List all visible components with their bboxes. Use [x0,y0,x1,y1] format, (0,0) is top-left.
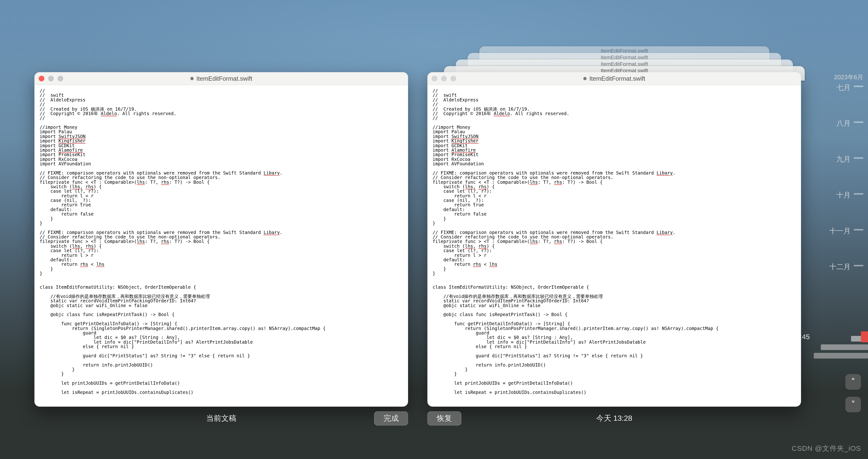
timeline-month-label: 十月 [836,190,850,200]
minimize-icon[interactable] [48,76,54,81]
version-timeline-sidebar: 2023年6月 七月八月九月十月十一月十二月 ˄ ˅ [814,73,868,373]
left-document-window: ItemEditFormat.swift // // swift // Alde… [34,72,408,407]
timeline-bar[interactable] [814,353,868,359]
zoom-icon[interactable] [58,76,63,81]
timeline-tick-icon [854,193,863,194]
left-version-column: ItemEditFormat.swift // // swift // Alde… [31,72,412,447]
left-caption: 当前文稿 [206,413,236,424]
modified-indicator-icon [583,77,587,80]
timeline-tick-icon [854,121,863,123]
right-caption: 今天 13:28 [596,413,632,424]
done-button[interactable]: 完成 [374,411,408,426]
stacked-version-windows: ItemEditFormat.swiftItemEditFormat.swift… [444,46,805,67]
window-title-wrap: ItemEditFormat.swift [190,75,252,82]
timeline-tick-icon [854,265,863,266]
timeline-tick-icon [854,229,863,231]
window-titlebar[interactable]: ItemEditFormat.swift [427,72,801,85]
code-editor-right[interactable]: // // swift // AldeloExpress // // Creat… [427,85,801,407]
timeline-month-row[interactable]: 十月 [814,190,863,226]
zoom-icon[interactable] [451,76,456,81]
right-controls: 恢复 今天 13:28 [427,413,801,424]
close-icon[interactable] [39,76,44,81]
restore-button[interactable]: 恢复 [427,411,461,426]
timeline-month-label: 十一月 [829,226,850,236]
timeline-year: 2023年6月 [814,73,863,81]
left-controls: 当前文稿 完成 [34,413,408,424]
traffic-lights [432,76,456,81]
timeline-tick-icon [854,157,863,159]
watermark: CSDN @文件夹_iOS [792,444,861,453]
window-title: ItemEditFormat.swift [589,75,645,82]
timeline-down-button[interactable]: ˅ [845,397,861,412]
timeline-up-button[interactable]: ˄ [845,374,861,390]
timeline-month-row[interactable]: 十二月 [814,262,863,298]
versions-compare-row: ItemEditFormat.swift // // swift // Alde… [31,72,805,447]
timeline-month-row[interactable]: 九月 [814,154,863,190]
timeline-month-row[interactable]: 十一月 [814,226,863,262]
right-version-column: ItemEditFormat.swiftItemEditFormat.swift… [424,72,805,447]
minimize-icon[interactable] [441,76,447,81]
window-title: ItemEditFormat.swift [196,75,252,82]
timeline-month-label: 十二月 [829,262,850,272]
timeline-month-label: 七月 [836,83,850,92]
timeline-month-label: 八月 [836,119,850,128]
timeline-month-row[interactable]: 八月 [814,119,863,154]
timeline-bar[interactable] [821,344,868,350]
traffic-lights [39,76,63,81]
close-icon[interactable] [432,76,437,81]
window-titlebar[interactable]: ItemEditFormat.swift [34,72,408,85]
window-title-wrap: ItemEditFormat.swift [583,75,645,82]
timeline-tick-icon [854,86,863,87]
right-document-window: ItemEditFormat.swift // // swift // Alde… [427,72,801,407]
timeline-month-label: 九月 [836,154,850,164]
code-editor-left[interactable]: // // swift // AldeloExpress // // Creat… [34,85,408,407]
timeline-month-row[interactable]: 七月 [814,83,863,119]
timeline-nav: ˄ ˅ [845,374,861,412]
modified-indicator-icon [190,77,194,80]
